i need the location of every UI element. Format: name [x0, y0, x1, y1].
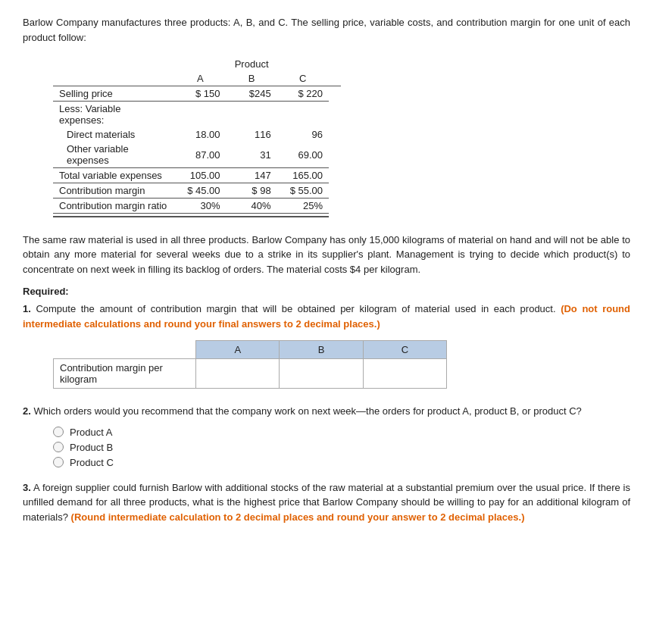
- radio-circle-c[interactable]: [53, 457, 64, 467]
- cm-per-kg-input-c[interactable]: [363, 359, 446, 389]
- cm-per-kg-field-a[interactable]: [202, 368, 273, 380]
- total-variable-a: 105.00: [174, 168, 226, 183]
- selling-price-b: $245: [227, 86, 277, 102]
- question-3: 3. A foreign supplier could furnish Barl…: [23, 480, 630, 525]
- other-variable-a: 87.00: [174, 142, 226, 168]
- cm-label: Contribution margin: [53, 183, 174, 199]
- cm-per-kg-field-c[interactable]: [370, 368, 440, 380]
- q3-highlight: (Round intermediate calculation to 2 dec…: [71, 511, 525, 523]
- total-variable-b: 147: [227, 168, 277, 183]
- cm-per-kg-input-b[interactable]: [280, 359, 363, 389]
- radio-item-a[interactable]: Product A: [53, 427, 630, 438]
- cm-c: $ 55.00: [277, 183, 329, 199]
- section-narrative: The same raw material is used in all thr…: [23, 233, 630, 277]
- selling-price-a: $ 150: [174, 86, 226, 102]
- cm-per-kg-field-b[interactable]: [286, 368, 356, 380]
- q1-text: Compute the amount of contribution margi…: [36, 303, 555, 314]
- cm-ratio-b: 40%: [227, 199, 277, 214]
- selling-price-c: $ 220: [277, 86, 329, 102]
- cm-ratio-a: 30%: [174, 199, 226, 214]
- question-2: 2. Which orders would you recommend that…: [23, 404, 630, 419]
- other-variable-label: Other variable expenses: [53, 142, 174, 168]
- question-1: 1. Compute the amount of contribution ma…: [23, 302, 630, 331]
- q2-text: Which orders would you recommend that th…: [33, 405, 581, 417]
- product-table: Product A B C Selling price $ 150 $245 $…: [53, 57, 341, 217]
- cm-ratio-label: Contribution margin ratio: [53, 199, 174, 214]
- radio-label-b: Product B: [70, 442, 113, 453]
- cm-ratio-c: 25%: [277, 199, 329, 214]
- total-variable-label: Total variable expenses: [53, 168, 174, 183]
- q1-number: 1.: [23, 303, 31, 314]
- required-label: Required:: [23, 286, 630, 297]
- cm-table-header-a: A: [196, 341, 280, 359]
- less-variable-label: Less: Variable expenses:: [53, 102, 174, 128]
- col-c-header: C: [277, 71, 329, 86]
- col-b-header: B: [227, 71, 277, 86]
- cm-a: $ 45.00: [174, 183, 226, 199]
- cm-table-header-b: B: [280, 341, 363, 359]
- total-variable-c: 165.00: [277, 168, 329, 183]
- q2-number: 2.: [23, 405, 31, 417]
- other-variable-c: 69.00: [277, 142, 329, 168]
- intro-text: Barlow Company manufactures three produc…: [23, 15, 630, 45]
- product-header: Product: [174, 57, 329, 71]
- q3-number: 3.: [23, 482, 31, 493]
- cm-per-kg-input-a[interactable]: [196, 359, 280, 389]
- cm-b: $ 98: [227, 183, 277, 199]
- radio-circle-a[interactable]: [53, 427, 64, 437]
- cm-per-kg-label: Contribution margin per kilogram: [54, 359, 196, 389]
- direct-materials-b: 116: [227, 127, 277, 142]
- col-a-header: A: [174, 71, 226, 86]
- radio-circle-b[interactable]: [53, 442, 64, 452]
- radio-group: Product A Product B Product C: [53, 427, 630, 468]
- selling-price-label: Selling price: [53, 86, 174, 102]
- radio-item-c[interactable]: Product C: [53, 457, 630, 468]
- direct-materials-a: 18.00: [174, 127, 226, 142]
- cm-table-header-c: C: [363, 341, 446, 359]
- cm-per-kg-table: A B C Contribution margin per kilogram: [53, 340, 447, 389]
- direct-materials-label: Direct materials: [53, 127, 174, 142]
- radio-label-c: Product C: [70, 457, 114, 468]
- radio-label-a: Product A: [70, 427, 112, 438]
- direct-materials-c: 96: [277, 127, 329, 142]
- radio-item-b[interactable]: Product B: [53, 442, 630, 453]
- other-variable-b: 31: [227, 142, 277, 168]
